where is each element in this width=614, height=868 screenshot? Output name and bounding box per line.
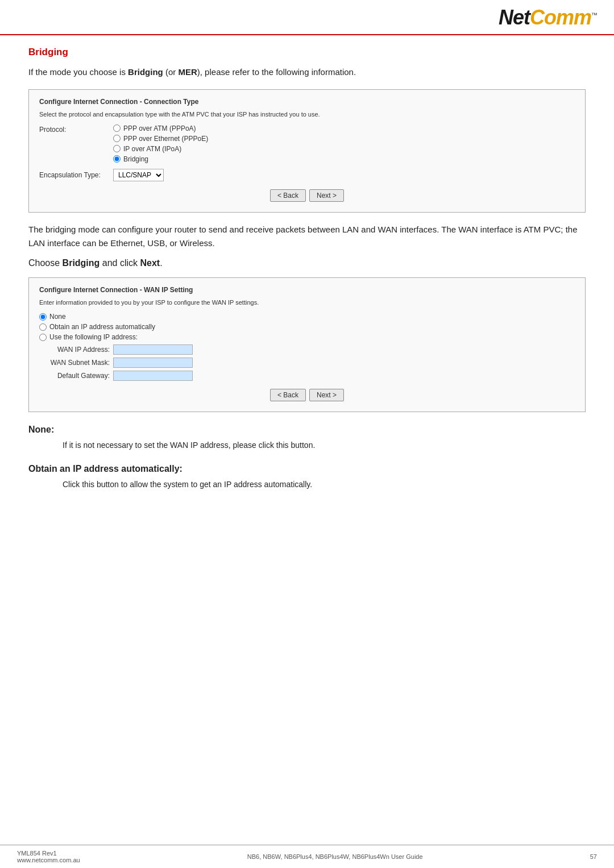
- none-section-desc: If it is not necessary to set the WAN IP…: [63, 439, 586, 451]
- radio-obtain-input[interactable]: [39, 323, 47, 331]
- footer-center: NB6, NB6W, NB6Plus4, NB6Plus4W, NB6Plus4…: [80, 853, 590, 860]
- footer-line1: YML854 Rev1: [17, 850, 80, 857]
- intro-text: If the mode you choose is Bridging (or M…: [28, 66, 586, 79]
- radio-none-input[interactable]: [39, 313, 47, 321]
- config-box-2: Configure Internet Connection - WAN IP S…: [28, 277, 586, 412]
- protocol-label: Protocol:: [39, 124, 113, 134]
- radio-none[interactable]: None: [39, 313, 575, 321]
- header: NetComm™: [0, 0, 614, 35]
- radio-bridging[interactable]: Bridging: [113, 155, 208, 163]
- radio-ipoa-input[interactable]: [113, 145, 121, 152]
- config-box-1-desc: Select the protocol and encapsulation ty…: [39, 110, 575, 119]
- wan-subnet-row: WAN Subnet Mask:: [39, 358, 575, 368]
- encap-row: Encapsulation Type: LLC/SNAP VC MUX: [39, 169, 575, 181]
- radio-none-label: None: [49, 313, 66, 321]
- main-content: Bridging If the mode you choose is Bridg…: [0, 35, 614, 510]
- next-button-1[interactable]: Next >: [309, 189, 344, 202]
- middle-text-1: The bridging mode can configure your rou…: [28, 223, 586, 250]
- radio-obtain-label: Obtain an IP address automatically: [49, 323, 155, 331]
- logo-net: Net: [499, 6, 530, 29]
- radio-obtain[interactable]: Obtain an IP address automatically: [39, 323, 575, 331]
- config-box-1-title: Configure Internet Connection - Connecti…: [39, 98, 575, 106]
- wan-ip-row: WAN IP Address:: [39, 344, 575, 355]
- radio-bridging-input[interactable]: [113, 155, 121, 163]
- radio-use-label: Use the following IP address:: [49, 333, 138, 341]
- config-box-1: Configure Internet Connection - Connecti…: [28, 89, 586, 213]
- radio-ipoa-label: IP over ATM (IPoA): [123, 145, 181, 153]
- wan-subnet-input[interactable]: [113, 358, 193, 368]
- config-box-1-buttons: < Back Next >: [39, 189, 575, 202]
- radio-use-input[interactable]: [39, 334, 47, 341]
- default-gw-input[interactable]: [113, 371, 193, 381]
- wan-subnet-label: WAN Subnet Mask:: [39, 359, 113, 367]
- section-title: Bridging: [28, 47, 586, 58]
- footer: YML854 Rev1 www.netcomm.com.au NB6, NB6W…: [0, 845, 614, 868]
- obtain-section-desc: Click this button to allow the system to…: [63, 479, 586, 491]
- footer-page-number: 57: [590, 853, 597, 860]
- logo-comm: Comm: [530, 6, 591, 29]
- footer-left: YML854 Rev1 www.netcomm.com.au: [17, 850, 80, 863]
- back-button-1[interactable]: < Back: [270, 189, 306, 202]
- logo-tm: ™: [591, 11, 597, 18]
- none-section-title: None:: [28, 425, 586, 435]
- radio-ipoa[interactable]: IP over ATM (IPoA): [113, 145, 208, 153]
- config-box-2-title: Configure Internet Connection - WAN IP S…: [39, 286, 575, 294]
- encap-select[interactable]: LLC/SNAP VC MUX: [113, 169, 164, 181]
- radio-pppoa[interactable]: PPP over ATM (PPPoA): [113, 124, 208, 132]
- encap-label: Encapsulation Type:: [39, 171, 113, 179]
- protocol-radio-group: PPP over ATM (PPPoA) PPP over Ethernet (…: [113, 124, 208, 163]
- config-box-2-buttons: < Back Next >: [39, 389, 575, 401]
- choose-text: Choose Bridging and click Next.: [28, 258, 586, 268]
- back-button-2[interactable]: < Back: [270, 389, 306, 401]
- default-gw-label: Default Gateway:: [39, 372, 113, 380]
- obtain-section-title: Obtain an IP address automatically:: [28, 464, 586, 474]
- config-box-2-desc: Enter information provided to you by you…: [39, 298, 575, 307]
- wan-radio-section: None Obtain an IP address automatically …: [39, 313, 575, 341]
- footer-line2: www.netcomm.com.au: [17, 857, 80, 863]
- page-wrapper: NetComm™ Bridging If the mode you choose…: [0, 0, 614, 868]
- radio-pppoa-label: PPP over ATM (PPPoA): [123, 124, 196, 132]
- protocol-row: Protocol: PPP over ATM (PPPoA) PPP over …: [39, 124, 575, 163]
- next-button-2[interactable]: Next >: [309, 389, 344, 401]
- radio-use-following[interactable]: Use the following IP address:: [39, 333, 575, 341]
- radio-bridging-label: Bridging: [123, 155, 148, 163]
- logo: NetComm™: [499, 6, 597, 30]
- wan-ip-label: WAN IP Address:: [39, 346, 113, 354]
- wan-ip-input[interactable]: [113, 344, 193, 355]
- radio-pppoe-label: PPP over Ethernet (PPPoE): [123, 135, 208, 143]
- radio-pppoe-input[interactable]: [113, 135, 121, 142]
- radio-pppoe[interactable]: PPP over Ethernet (PPPoE): [113, 135, 208, 143]
- default-gw-row: Default Gateway:: [39, 371, 575, 381]
- radio-pppoa-input[interactable]: [113, 124, 121, 132]
